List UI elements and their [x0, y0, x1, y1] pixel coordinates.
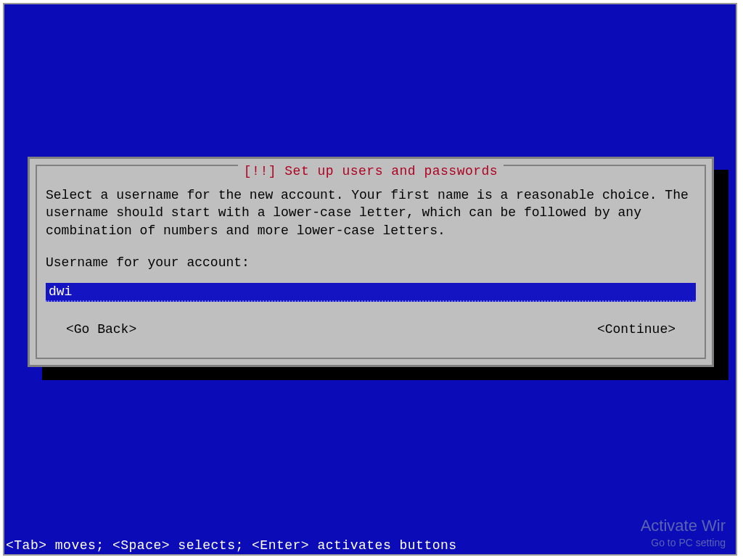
username-input[interactable]: [46, 283, 696, 302]
instruction-text: Select a username for the new account. Y…: [46, 186, 696, 239]
dialog-inner: [!!] Set up users and passwords Select a…: [36, 165, 706, 359]
buttons-row: <Go Back> <Continue>: [46, 322, 696, 337]
watermark-line2: Go to PC setting: [641, 537, 726, 548]
continue-button[interactable]: <Continue>: [597, 322, 676, 337]
username-field-label: Username for your account:: [46, 255, 696, 270]
user-setup-dialog: [!!] Set up users and passwords Select a…: [28, 157, 714, 367]
input-row: [46, 283, 696, 302]
dialog-title-wrap: [!!] Set up users and passwords: [37, 164, 705, 178]
dialog-title: [!!] Set up users and passwords: [238, 164, 504, 178]
windows-activation-watermark: Activate Wir Go to PC setting: [641, 516, 726, 548]
watermark-line1: Activate Wir: [641, 516, 726, 535]
help-bar: <Tab> moves; <Space> selects; <Enter> ac…: [4, 538, 457, 553]
installer-screen: [!!] Set up users and passwords Select a…: [3, 3, 737, 556]
go-back-button[interactable]: <Go Back>: [66, 322, 136, 337]
